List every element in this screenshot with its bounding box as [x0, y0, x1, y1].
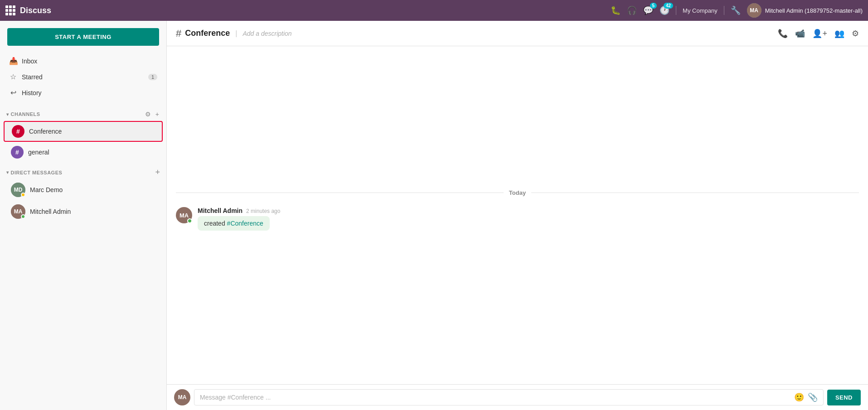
user-name: Mitchell Admin (18879752-master-all) [765, 7, 863, 14]
marc-status-dot [21, 193, 25, 197]
topbar: Discuss 🐛 🎧 💬 5 🕐 42 My Company 🔧 MA Mit… [0, 0, 868, 21]
sidebar-item-inbox[interactable]: 📥 Inbox [0, 53, 166, 69]
attachment-icon[interactable]: 📎 [808, 392, 818, 402]
chat-area: # Conference | Add a description 📞 📹 👤+ … [167, 21, 868, 410]
chat-header-actions: 📞 📹 👤+ 👥 ⚙ [778, 29, 859, 39]
members-icon[interactable]: 👥 [834, 29, 844, 39]
dm-chevron[interactable]: ▾ [6, 170, 9, 175]
dm-label: DIRECT MESSAGES [11, 170, 155, 175]
history-icon: ↩ [9, 88, 17, 97]
main-layout: START A MEETING 📥 Inbox ☆ Starred 1 ↩ Hi… [0, 21, 868, 410]
dm-item-marc[interactable]: MD Marc Demo [4, 179, 163, 200]
channel-item-general[interactable]: # general [4, 143, 163, 162]
channels-section-header: ▾ CHANNELS ⚙ + [0, 106, 166, 121]
app-grid-icon[interactable] [5, 5, 15, 15]
message-text: created [204, 220, 227, 227]
voip-icon[interactable]: 🎧 [627, 5, 637, 15]
inbox-icon: 📥 [9, 57, 17, 65]
message-author: Mitchell Admin [198, 207, 242, 214]
message-item: MA Mitchell Admin 2 minutes ago created … [167, 203, 868, 234]
message-status-dot [187, 218, 192, 223]
sidebar-item-history[interactable]: ↩ History [0, 85, 166, 101]
sidebar-item-starred[interactable]: ☆ Starred 1 [0, 69, 166, 85]
channels-label: CHANNELS [11, 111, 144, 117]
company-name: My Company [683, 7, 718, 14]
message-avatar-mitchell: MA [176, 207, 192, 223]
message-header: Mitchell Admin 2 minutes ago [198, 207, 859, 214]
input-area: MA 🙂 📎 SEND [167, 384, 868, 410]
topbar-divider [676, 6, 676, 15]
divider-line-left [176, 193, 504, 193]
starred-badge: 1 [148, 74, 157, 80]
clock-icon[interactable]: 🕐 42 [659, 5, 669, 15]
channel-description[interactable]: Add a description [242, 30, 291, 37]
channels-add-button[interactable]: + [155, 110, 160, 119]
message-content: Mitchell Admin 2 minutes ago created #Co… [198, 207, 859, 231]
hash-symbol: # [176, 28, 181, 39]
input-avatar: MA [174, 389, 190, 405]
clock-badge: 42 [664, 3, 673, 9]
sidebar: START A MEETING 📥 Inbox ☆ Starred 1 ↩ Hi… [0, 21, 167, 410]
inbox-label: Inbox [22, 58, 37, 65]
user-menu[interactable]: MA Mitchell Admin (18879752-master-all) [747, 3, 863, 18]
channel-conference-name: Conference [29, 128, 62, 135]
message-bubble: created #Conference [198, 216, 270, 231]
topbar-divider2 [724, 6, 724, 15]
mitchell-status-dot [21, 214, 25, 219]
marc-name: Marc Demo [30, 186, 63, 193]
phone-icon[interactable]: 📞 [778, 29, 788, 39]
add-dm-button[interactable]: + [155, 168, 160, 177]
date-divider: Today [167, 182, 868, 203]
star-icon: ☆ [9, 72, 17, 81]
marc-avatar: MD [11, 183, 25, 197]
mitchell-name: Mitchell Admin [30, 208, 71, 215]
topbar-left: Discuss [5, 5, 51, 15]
app-title: Discuss [20, 6, 51, 15]
channels-actions: ⚙ + [144, 110, 160, 119]
message-input[interactable] [200, 394, 790, 401]
channel-item-conference[interactable]: # Conference [4, 121, 163, 142]
messages-area: Today MA Mitchell Admin 2 minutes ago cr… [167, 46, 868, 384]
dm-section-header: ▾ DIRECT MESSAGES + [0, 164, 166, 179]
user-avatar: MA [747, 3, 761, 18]
chat-header: # Conference | Add a description 📞 📹 👤+ … [167, 21, 868, 46]
header-separator: | [235, 29, 237, 38]
messages-icon[interactable]: 💬 5 [643, 5, 653, 15]
divider-line-right [531, 193, 859, 193]
channels-chevron[interactable]: ▾ [6, 112, 9, 117]
channels-settings-button[interactable]: ⚙ [144, 110, 152, 119]
dm-item-mitchell[interactable]: MA Mitchell Admin [4, 201, 163, 222]
start-meeting-wrapper: START A MEETING [7, 28, 159, 46]
message-time: 2 minutes ago [246, 208, 280, 214]
messages-badge: 5 [650, 3, 657, 9]
tools-icon[interactable]: 🔧 [731, 5, 741, 15]
sidebar-nav: 📥 Inbox ☆ Starred 1 ↩ History [0, 51, 166, 102]
topbar-right: 🐛 🎧 💬 5 🕐 42 My Company 🔧 MA Mitchell Ad… [611, 3, 863, 18]
history-label: History [22, 89, 42, 96]
channel-general-name: general [28, 149, 49, 156]
mitchell-avatar: MA [11, 204, 25, 219]
send-button[interactable]: SEND [827, 390, 861, 405]
starred-label: Starred [22, 73, 43, 81]
message-input-wrapper: 🙂 📎 [194, 389, 824, 405]
channel-general-icon: # [11, 146, 24, 159]
channel-conference-icon: # [12, 125, 24, 138]
add-user-icon[interactable]: 👤+ [812, 29, 827, 39]
settings-icon[interactable]: ⚙ [852, 29, 859, 39]
messages-empty-space [167, 46, 868, 182]
emoji-icon[interactable]: 🙂 [794, 392, 804, 402]
bug-icon[interactable]: 🐛 [611, 5, 621, 15]
video-icon[interactable]: 📹 [795, 29, 805, 39]
start-meeting-button[interactable]: START A MEETING [7, 28, 159, 46]
message-link[interactable]: #Conference [227, 220, 263, 227]
date-label: Today [509, 189, 526, 196]
chat-channel-title: Conference [185, 29, 230, 38]
